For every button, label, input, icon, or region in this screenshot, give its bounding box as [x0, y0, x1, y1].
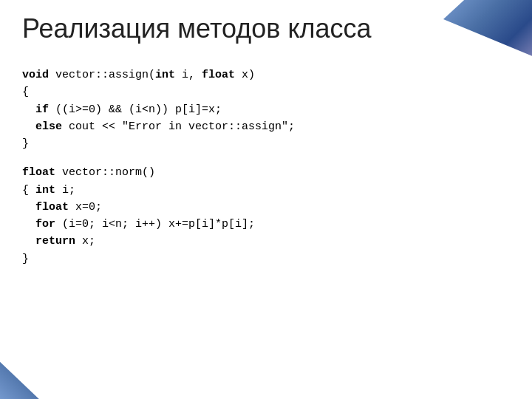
keyword-void: void: [22, 69, 49, 81]
keyword-int: int: [155, 69, 175, 81]
keyword-float2: float: [22, 166, 55, 179]
code-block-assign: void vector::assign(int i, float x) { if…: [22, 66, 510, 152]
keyword-float3: float: [35, 201, 69, 214]
slide-content: void vector::assign(int i, float x) { if…: [22, 66, 510, 267]
slide: Реализация методов класса void vector::a…: [0, 0, 532, 399]
keyword-int2: int: [35, 184, 55, 197]
keyword-else: else: [35, 120, 62, 133]
code-spacer: [22, 152, 510, 164]
keyword-if: if: [35, 103, 49, 116]
keyword-return: return: [35, 235, 75, 248]
keyword-float1: float: [202, 69, 235, 81]
slide-title: Реализация методов класса: [22, 13, 372, 44]
corner-decoration-bl: [0, 362, 59, 399]
code-block-norm: float vector::norm() { int i; float x=0;…: [22, 164, 510, 267]
corner-decoration-tr: [443, 0, 532, 59]
keyword-for: for: [35, 218, 55, 231]
